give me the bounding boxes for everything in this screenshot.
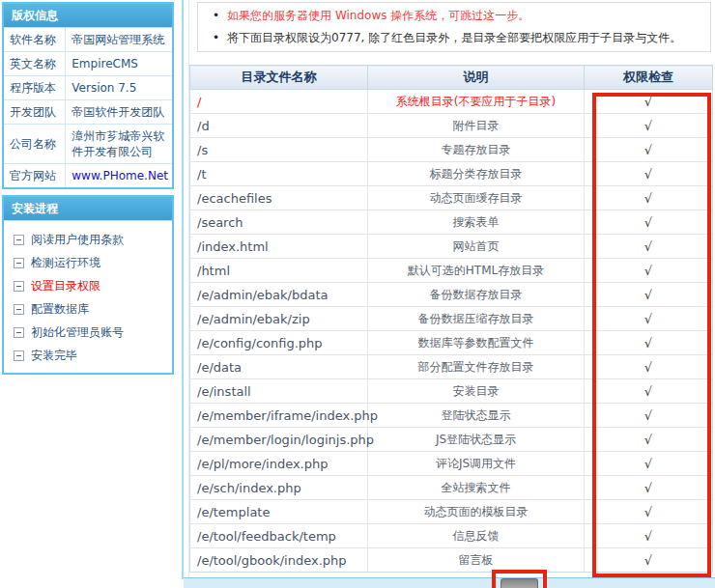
directory-path: /e/sch/index.php — [190, 476, 368, 500]
bullet-icon: • — [213, 31, 219, 44]
copyright-row: 官方网站 www.PHome.Net — [4, 164, 172, 188]
directory-description: 数据库等参数配置文件 — [368, 331, 585, 355]
collapse-minus-icon — [14, 235, 24, 245]
permissions-table-header-row: 目录文件名称 说明 权限检查 — [190, 66, 713, 90]
directory-path: /e/admin/ebak/zip — [190, 307, 368, 331]
directory-description: 系统根目录(不要应用于子目录) — [368, 90, 585, 114]
directory-description: 备份数据压缩存放目录 — [368, 307, 585, 331]
directory-path: / — [190, 90, 368, 114]
installer-page: 版权信息 软件名称 帝国网站管理系统 英文名称 EmpireCMS 程序版本 V… — [0, 0, 715, 588]
directory-description: 安装目录 — [368, 379, 585, 404]
directory-description: JS登陆状态显示 — [368, 428, 585, 452]
install-step-label: 检测运行环境 — [31, 255, 100, 271]
copyright-table: 软件名称 帝国网站管理系统 英文名称 EmpireCMS 程序版本 Versio… — [4, 28, 172, 187]
copyright-row: 开发团队 帝国软件开发团队 — [4, 100, 172, 125]
collapse-minus-icon — [14, 350, 24, 361]
directory-path: /e/install — [190, 379, 368, 404]
copyright-row-value: 漳州市芗城帝兴软件开发有限公司 — [66, 125, 172, 164]
column-header-permission-check: 权限检查 — [585, 66, 713, 90]
copyright-row: 英文名称 EmpireCMS — [4, 52, 172, 76]
collapse-minus-icon — [14, 258, 24, 268]
directory-path: /e/member/login/loginjs.php — [190, 428, 368, 452]
directory-description: 标题分类存放目录 — [368, 162, 585, 186]
directory-path: /s — [190, 138, 368, 162]
copyright-row-value: 帝国软件开发团队 — [66, 100, 172, 125]
copyright-row-label: 英文名称 — [4, 52, 66, 76]
directory-path: /e/data — [190, 355, 368, 379]
directory-description: 默认可选的HTML存放目录 — [368, 259, 585, 283]
install-step-item: 初始化管理员账号 — [4, 321, 172, 344]
copyright-row-label: 程序版本 — [4, 76, 66, 100]
directory-description: 附件目录 — [368, 114, 585, 138]
directory-description: 动态页面的模板目录 — [368, 500, 585, 524]
notice-text: 如果您的服务器使用 Windows 操作系统，可跳过这一步。 — [227, 9, 529, 22]
directory-path: /e/admin/ebak/bdata — [190, 283, 368, 307]
next-button-highlight-rect — [492, 570, 547, 588]
column-header-path: 目录文件名称 — [190, 66, 368, 90]
directory-path: /d — [190, 114, 368, 138]
directory-path: /e/config/config.php — [190, 331, 368, 355]
footer-band — [184, 577, 715, 588]
copyright-row: 程序版本 Version 7.5 — [4, 76, 172, 100]
install-step-item: 设置目录权限 — [4, 274, 172, 297]
directory-path: /html — [190, 259, 368, 283]
directory-path: /e/pl/more/index.php — [190, 452, 368, 476]
install-progress-list: 阅读用户使用条款 检测运行环境 设置目录权限 配置数据库 初始化管理员账号 安装… — [4, 221, 172, 373]
directory-description: 登陆状态显示 — [368, 404, 585, 428]
directory-path: /e/template — [190, 500, 368, 524]
column-header-description: 说明 — [368, 66, 585, 90]
copyright-panel-title: 版权信息 — [4, 4, 172, 28]
copyright-row-label: 公司名称 — [4, 125, 66, 164]
directory-path: /ecachefiles — [190, 186, 368, 210]
install-step-label: 阅读用户使用条款 — [31, 232, 124, 248]
copyright-panel: 版权信息 软件名称 帝国网站管理系统 英文名称 EmpireCMS 程序版本 V… — [2, 2, 174, 189]
copyright-table-body: 软件名称 帝国网站管理系统 英文名称 EmpireCMS 程序版本 Versio… — [4, 28, 172, 187]
install-step-item: 配置数据库 — [4, 297, 172, 321]
notice-line: •将下面目录权限设为0777, 除了红色目录外，是目录全部要把权限应用于子目录与… — [198, 27, 710, 49]
directory-description: 信息反馈 — [368, 524, 585, 548]
install-progress-panel: 安装进程 阅读用户使用条款 检测运行环境 设置目录权限 配置数据库 初始化管理员… — [2, 195, 174, 375]
directory-description: 全站搜索文件 — [368, 476, 585, 500]
install-step-label: 安装完毕 — [31, 348, 77, 364]
copyright-row-value: EmpireCMS — [66, 52, 172, 76]
bullet-icon: • — [213, 9, 219, 22]
directory-path: /e/tool/gbook/index.php — [190, 548, 368, 573]
collapse-minus-icon — [14, 281, 24, 292]
copyright-row: 公司名称 漳州市芗城帝兴软件开发有限公司 — [4, 125, 172, 164]
install-step-item: 安装完毕 — [4, 344, 172, 367]
directory-description: 部分配置文件存放目录 — [368, 355, 585, 379]
collapse-minus-icon — [14, 327, 24, 338]
directory-description: 网站首页 — [368, 235, 585, 259]
directory-path: /index.html — [190, 235, 368, 259]
directory-description: 动态页面缓存目录 — [368, 186, 585, 210]
install-progress-title: 安装进程 — [4, 197, 172, 221]
directory-description: 留言板 — [368, 548, 585, 573]
directory-path: /search — [190, 210, 368, 235]
notice-text: 将下面目录权限设为0777, 除了红色目录外，是目录全部要把权限应用于子目录与文… — [227, 31, 681, 44]
copyright-row-label: 软件名称 — [4, 28, 66, 52]
collapse-minus-icon — [14, 304, 24, 315]
install-step-label: 初始化管理员账号 — [31, 324, 124, 341]
install-step-label: 设置目录权限 — [31, 278, 100, 294]
directory-path: /e/member/iframe/index.php — [190, 404, 368, 428]
install-step-item: 阅读用户使用条款 — [4, 228, 172, 251]
install-step-item: 检测运行环境 — [4, 251, 172, 274]
copyright-row-value: Version 7.5 — [66, 76, 172, 100]
notice-line: •如果您的服务器使用 Windows 操作系统，可跳过这一步。 — [198, 5, 710, 27]
notice-box: •如果您的服务器使用 Windows 操作系统，可跳过这一步。 •将下面目录权限… — [197, 2, 711, 52]
copyright-row-value: 帝国网站管理系统 — [66, 28, 172, 52]
next-step-button[interactable] — [500, 578, 538, 588]
copyright-row: 软件名称 帝国网站管理系统 — [4, 28, 172, 52]
copyright-row-label: 开发团队 — [4, 100, 66, 125]
directory-description: 专题存放目录 — [368, 138, 585, 162]
official-site-link[interactable]: www.PHome.Net — [66, 164, 172, 188]
permission-check-highlight-rect — [592, 93, 711, 577]
directory-description: 备份数据存放目录 — [368, 283, 585, 307]
install-step-label: 配置数据库 — [31, 301, 89, 318]
copyright-row-label: 官方网站 — [4, 164, 66, 188]
sidebar-main-divider — [182, 0, 184, 579]
directory-path: /e/tool/feedback/temp — [190, 524, 368, 548]
directory-description: 搜索表单 — [368, 210, 585, 235]
directory-description: 评论JS调用文件 — [368, 452, 585, 476]
directory-path: /t — [190, 162, 368, 186]
